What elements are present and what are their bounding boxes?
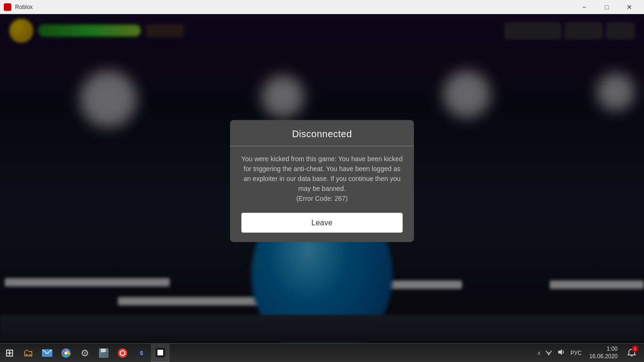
titlebar-title: Roblox [15,4,33,10]
svg-point-17 [548,354,549,355]
svg-point-12 [121,351,124,355]
maximize-button[interactable]: □ [596,0,618,14]
clock-date: 16.06.2020 [589,353,618,361]
svg-marker-18 [558,349,562,355]
disconnected-modal: Disconnected You were kicked from this g… [230,120,414,242]
minimize-button[interactable]: − [573,0,595,14]
taskbar-chrome[interactable] [57,344,75,362]
svg-rect-9 [101,353,107,357]
modal-divider [230,146,414,147]
taskbar-file-explorer[interactable]: 🗂 [19,344,38,362]
svg-rect-7 [101,349,106,352]
taskbar-steam[interactable]: S [132,344,151,362]
start-button[interactable]: ⊞ [0,344,19,362]
svg-text:S: S [140,351,143,356]
taskbar-floppy[interactable] [94,344,113,362]
titlebar-left: Roblox [4,3,33,11]
language-button[interactable]: РУС [569,349,584,357]
leave-button[interactable]: Leave [241,213,403,233]
clock-time: 1:00 [589,346,618,353]
taskbar-settings[interactable]: ⚙ [75,344,94,362]
notification-badge: 2 [632,346,638,352]
modal-title: Disconnected [292,129,352,139]
titlebar: Roblox − □ ✕ [0,0,644,14]
notification-center-button[interactable]: 2 [623,344,640,362]
taskbar-roblox[interactable] [151,344,170,362]
modal-body: You were kicked from this game: You have… [230,154,414,242]
roblox-title-icon [4,3,11,11]
taskbar-mail[interactable] [38,344,57,362]
systray-volume[interactable] [556,348,566,358]
taskbar-left: ⊞ 🗂 ⚙ [0,344,170,362]
systray-expand-button[interactable]: ∧ [537,350,541,356]
svg-rect-16 [157,350,163,355]
svg-point-5 [65,352,67,354]
titlebar-controls: − □ ✕ [573,0,640,14]
taskbar: ⊞ 🗂 ⚙ [0,343,644,362]
close-button[interactable]: ✕ [619,0,640,14]
system-clock[interactable]: 1:00 16.06.2020 [586,345,620,361]
systray-network[interactable] [544,348,553,358]
modal-message: You were kicked from this game: You have… [241,154,403,204]
taskbar-right: ∧ РУС 1:00 16.06.2020 2 [537,344,644,362]
modal-header: Disconnected [230,120,414,146]
taskbar-game1[interactable] [113,344,132,362]
